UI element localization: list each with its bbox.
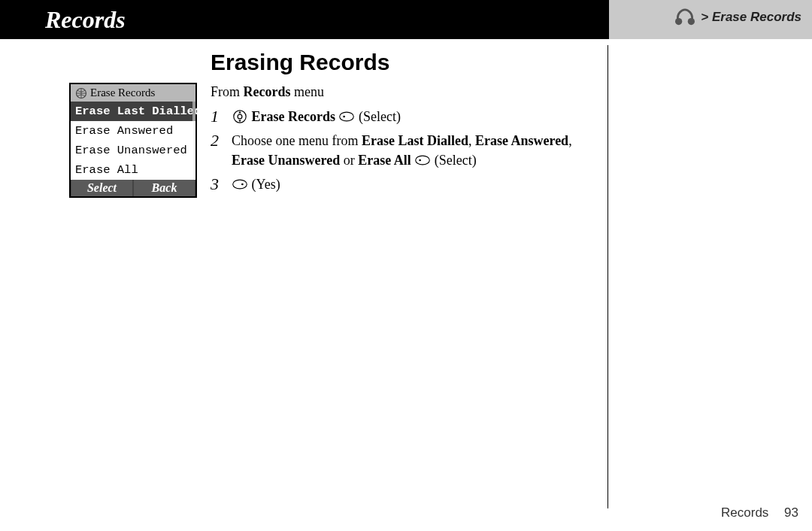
phone-screen-title: Erase Records xyxy=(71,84,195,102)
svg-point-1 xyxy=(688,18,695,25)
menu-item-erase-unanswered[interactable]: Erase Unanswered xyxy=(71,141,195,160)
headphones-icon xyxy=(674,8,696,27)
svg-point-10 xyxy=(241,184,244,186)
nav-key-icon xyxy=(232,109,248,124)
footer-section: Records xyxy=(721,505,768,520)
svg-point-9 xyxy=(233,180,247,189)
breadcrumb: > Erase Records xyxy=(674,8,801,27)
softkey-select[interactable]: Select xyxy=(71,180,132,196)
content-area: Erasing Records From Records menu Erase … xyxy=(0,39,609,531)
intro-line: From Records menu xyxy=(211,84,324,100)
softkey-bar: Select Back xyxy=(71,180,195,196)
column-divider xyxy=(607,45,608,508)
softkey-icon xyxy=(414,153,431,168)
page-heading: Erasing Records xyxy=(211,50,389,75)
svg-point-4 xyxy=(238,114,242,119)
page-number: 93 xyxy=(784,505,798,520)
svg-point-5 xyxy=(340,112,354,121)
breadcrumb-text: > Erase Records xyxy=(701,10,801,25)
softkey-icon xyxy=(338,109,355,124)
step-1: 1 Erase Records (Select) xyxy=(211,107,594,126)
menu-item-erase-all[interactable]: Erase All xyxy=(71,160,195,180)
chapter-title-bar: Records xyxy=(0,0,609,39)
menu-item-erase-last-dialled[interactable]: Erase Last Dialled xyxy=(71,102,195,121)
softkey-back[interactable]: Back xyxy=(134,180,195,196)
svg-point-8 xyxy=(419,159,421,162)
svg-point-7 xyxy=(416,156,430,165)
chapter-title: Records xyxy=(45,6,126,33)
svg-point-0 xyxy=(675,18,682,25)
globe-icon xyxy=(75,87,87,99)
step-2: 2 Choose one menu from Erase Last Dialle… xyxy=(211,131,594,170)
steps-list: 1 Erase Records (Select) 2 Choose one me… xyxy=(211,102,594,199)
footer: Records 93 xyxy=(721,505,798,520)
svg-point-6 xyxy=(344,116,346,118)
step-3: 3 (Yes) xyxy=(211,174,594,194)
softkey-right-icon xyxy=(232,177,248,192)
menu-item-erase-answered[interactable]: Erase Answered xyxy=(71,121,195,141)
breadcrumb-strip: > Erase Records xyxy=(609,0,812,39)
phone-screen: Erase Records Erase Last Dialled Erase A… xyxy=(69,83,197,198)
